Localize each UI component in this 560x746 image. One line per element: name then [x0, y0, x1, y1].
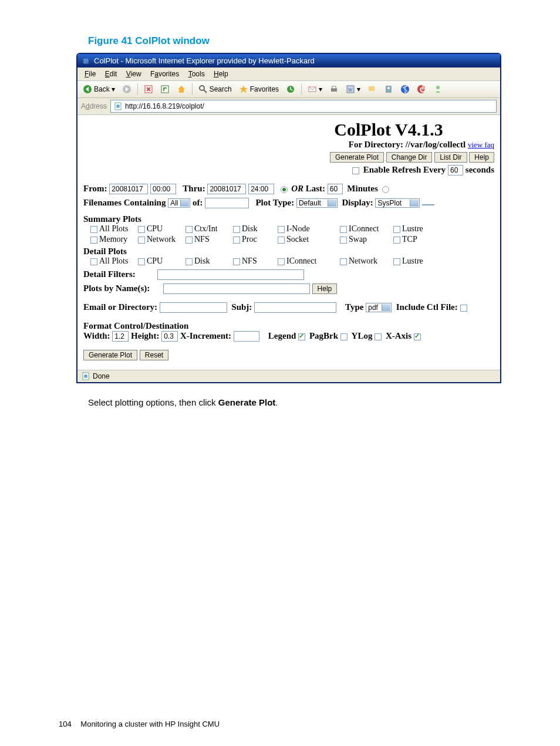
- back-label: Back: [94, 85, 110, 93]
- menu-help[interactable]: Help: [210, 69, 232, 79]
- from-date-input[interactable]: [109, 184, 148, 194]
- menu-edit[interactable]: Edit: [102, 69, 121, 79]
- menu-favorites[interactable]: Favorites: [147, 69, 183, 79]
- filenames-input[interactable]: [205, 198, 249, 208]
- chk-d-allplots[interactable]: [90, 258, 97, 265]
- svg-point-4: [200, 86, 204, 90]
- generate-plot-button[interactable]: Generate Plot: [330, 152, 384, 163]
- last-minutes-input[interactable]: [328, 184, 343, 194]
- type-select[interactable]: pdf: [366, 303, 392, 312]
- home-icon: [177, 85, 186, 94]
- plots-help-button[interactable]: Help: [312, 283, 338, 294]
- back-button[interactable]: Back ▾: [80, 83, 118, 96]
- info-button[interactable]: ⏻: [414, 83, 429, 96]
- edit-button[interactable]: W▾: [343, 83, 363, 96]
- research-icon: [384, 85, 393, 94]
- pagbrk-checkbox[interactable]: [340, 333, 348, 340]
- refresh-button[interactable]: [157, 83, 173, 96]
- chk-allplots[interactable]: [90, 226, 97, 233]
- plot-type-label: Plot Type:: [255, 198, 294, 207]
- format-title: Format Control/Destination: [83, 321, 494, 331]
- refresh-icon: [160, 85, 170, 94]
- toolbar: Back ▾ Search Favorites ▾ W▾ ⏻: [77, 81, 500, 98]
- xinc-input[interactable]: [234, 331, 259, 342]
- print-icon: [329, 85, 339, 94]
- menu-tools[interactable]: Tools: [185, 69, 208, 79]
- messenger-button[interactable]: [430, 83, 446, 96]
- address-url-text: http://16.16.8.219/colplot/: [125, 102, 204, 110]
- ylog-checkbox[interactable]: [375, 333, 382, 340]
- forward-button[interactable]: [119, 83, 134, 96]
- chk-d-disk[interactable]: [185, 258, 193, 265]
- menu-view[interactable]: View: [123, 69, 145, 79]
- print-button[interactable]: [326, 83, 342, 96]
- history-button[interactable]: [283, 83, 298, 96]
- stop-button[interactable]: [141, 83, 156, 96]
- status-bar: Done: [77, 370, 500, 382]
- mail-button[interactable]: ▾: [305, 83, 325, 96]
- discuss-button[interactable]: [365, 83, 380, 96]
- chk-d-lustre[interactable]: [393, 258, 400, 265]
- subj-input[interactable]: [254, 302, 336, 313]
- search-icon: [198, 85, 208, 94]
- xaxis-checkbox[interactable]: [414, 333, 421, 340]
- include-ctl-checkbox[interactable]: [460, 305, 467, 312]
- toolbar-separator: [192, 83, 193, 95]
- faq-link[interactable]: view faq: [468, 140, 494, 149]
- chk-d-network[interactable]: [340, 258, 347, 265]
- chk-socket[interactable]: [278, 237, 285, 244]
- reset-button[interactable]: Reset: [140, 350, 168, 360]
- figure-title: Figure 41 ColPlot window: [88, 35, 501, 47]
- chk-iconnect[interactable]: [340, 226, 347, 233]
- chk-ctxint[interactable]: [185, 226, 193, 233]
- chk-nfs[interactable]: [185, 237, 193, 244]
- chk-d-cpu[interactable]: [138, 258, 145, 265]
- help-button[interactable]: Help: [469, 152, 494, 163]
- browser-window: ColPlot - Microsoft Internet Explorer pr…: [76, 53, 501, 383]
- width-input[interactable]: [112, 331, 129, 342]
- submit-generate-button[interactable]: Generate Plot: [83, 350, 137, 360]
- thru-time-input[interactable]: [248, 184, 274, 194]
- research-button[interactable]: [381, 83, 396, 96]
- chk-tcp[interactable]: [393, 237, 400, 244]
- chk-d-iconnect[interactable]: [278, 258, 285, 265]
- minutes-radio[interactable]: [382, 186, 389, 193]
- chk-lustre[interactable]: [393, 226, 400, 233]
- plots-by-name-input[interactable]: [163, 283, 310, 294]
- chk-memory[interactable]: [90, 237, 97, 244]
- height-label: Height:: [131, 331, 159, 340]
- change-dir-button[interactable]: Change Dir: [386, 152, 433, 163]
- refresh-seconds-input[interactable]: [448, 165, 463, 175]
- from-time-input[interactable]: [150, 184, 176, 194]
- filenames-select[interactable]: All: [168, 198, 190, 208]
- menu-file[interactable]: File: [81, 69, 99, 79]
- chk-inode[interactable]: [278, 226, 285, 233]
- chk-cpu[interactable]: [138, 226, 145, 233]
- home-button[interactable]: [174, 83, 189, 96]
- chk-proc[interactable]: [233, 237, 240, 244]
- legend-checkbox[interactable]: [298, 333, 305, 340]
- chk-swap[interactable]: [340, 237, 347, 244]
- chk-disk[interactable]: [233, 226, 240, 233]
- email-label: Email or Directory:: [83, 302, 157, 312]
- display-select[interactable]: SysPlot: [375, 198, 420, 208]
- chk-d-nfs[interactable]: [233, 258, 240, 265]
- address-field[interactable]: http://16.16.8.219/colplot/: [110, 100, 497, 113]
- plot-type-select[interactable]: Default: [296, 198, 338, 208]
- thru-date-input[interactable]: [207, 184, 246, 194]
- filenames-label: Filenames Containing: [83, 198, 166, 207]
- email-input[interactable]: [160, 302, 227, 313]
- favorites-button[interactable]: Favorites: [236, 83, 282, 96]
- chk-network[interactable]: [138, 237, 145, 244]
- refresh-checkbox[interactable]: [352, 167, 359, 174]
- list-dir-button[interactable]: List Dir: [434, 152, 467, 163]
- height-input[interactable]: [161, 331, 178, 342]
- display-extra-select[interactable]: [422, 204, 434, 205]
- bt-button[interactable]: [397, 83, 413, 96]
- detail-filters-input[interactable]: [157, 269, 304, 280]
- caption: Select plotting options, then click Gene…: [88, 397, 501, 407]
- search-button[interactable]: Search: [195, 83, 235, 96]
- svg-point-21: [84, 374, 87, 378]
- detail-title: Detail Plots: [83, 247, 494, 256]
- last-radio[interactable]: [281, 186, 288, 193]
